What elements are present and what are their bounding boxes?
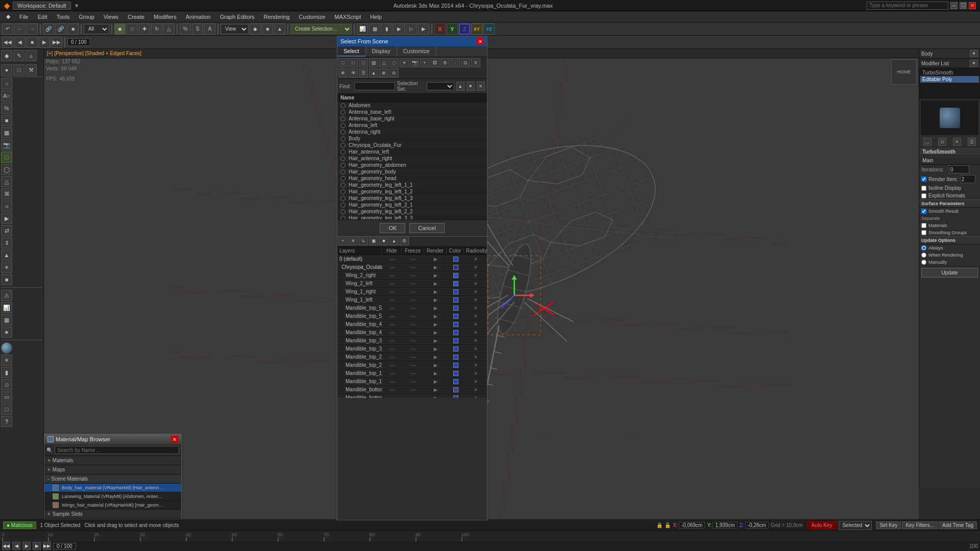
layer-render[interactable]: ▶ xyxy=(425,330,447,336)
dlg-invert-btn[interactable]: □ xyxy=(359,58,368,67)
layer-render[interactable]: ▶ xyxy=(425,321,447,328)
curve-editor-btn-s[interactable]: 📊 xyxy=(1,302,12,313)
layer-hide[interactable]: — xyxy=(382,387,402,393)
list-item[interactable]: Chrysopa_Oculata_Fur xyxy=(337,142,487,148)
layers-delete-btn[interactable]: ✕ xyxy=(349,236,358,245)
angle-snap-toggle-btn[interactable]: A○ xyxy=(1,90,12,102)
layer-radiosity[interactable]: ☀ xyxy=(464,289,487,295)
dlg-particle-btn[interactable]: ∙ xyxy=(451,58,460,67)
layer-render[interactable]: ▶ xyxy=(425,297,447,303)
layer-row[interactable]: Mandible_top_1_le — — ▶ ☀ xyxy=(337,378,487,386)
layer-color[interactable] xyxy=(447,272,464,279)
layer-color[interactable] xyxy=(447,305,464,311)
angle-snap-btn[interactable]: A xyxy=(204,23,215,35)
layer-render[interactable]: ▶ xyxy=(425,256,447,262)
layer-color[interactable] xyxy=(447,256,464,262)
layer-row[interactable]: Mandible_top_5_rs — — ▶ ☀ xyxy=(337,304,487,312)
y-axis-btn[interactable]: Y xyxy=(447,23,458,35)
layer-hide[interactable]: — xyxy=(382,395,402,398)
workspace-dropdown[interactable]: Workspace: Default xyxy=(13,2,71,10)
iterations-input[interactable] xyxy=(949,165,969,173)
set-key-btn[interactable]: Set Key xyxy=(876,521,901,529)
layer-freeze[interactable]: — xyxy=(402,305,425,311)
layer-freeze[interactable]: — xyxy=(402,338,425,344)
reactor-btn[interactable]: ⚠ xyxy=(1,290,12,301)
layer-radiosity[interactable]: ☀ xyxy=(464,281,487,287)
menu-views[interactable]: Views xyxy=(100,12,122,22)
layer-color[interactable] xyxy=(447,387,464,393)
play-animation-btn[interactable]: ▶ xyxy=(22,542,31,550)
layer-hide[interactable]: — xyxy=(382,264,402,270)
layer-freeze[interactable]: — xyxy=(402,256,425,262)
material-item[interactable]: Wings_hair_material (VRayHairMtl) [Hair_… xyxy=(44,501,181,510)
layer-freeze[interactable]: — xyxy=(402,379,425,385)
layer-render[interactable]: ▶ xyxy=(425,289,447,295)
dialog-list[interactable]: Abdomen Antenna_base_left Antenna_base_r… xyxy=(337,102,487,219)
layer-freeze[interactable]: — xyxy=(402,297,425,303)
select-region-rect-btn[interactable]: □ xyxy=(1,152,12,163)
select-set-btn-2[interactable]: ▼ xyxy=(467,82,475,91)
layer-color[interactable] xyxy=(447,338,464,344)
layer-row[interactable]: Mandible_top_2_rs — — ▶ ☀ xyxy=(337,353,487,361)
quad-menu-btn[interactable]: ▭ xyxy=(1,391,12,403)
z-axis-btn[interactable]: Z xyxy=(459,23,470,35)
layers-add-selection-btn[interactable]: ↳ xyxy=(359,236,368,245)
menu-modifiers[interactable]: Modifiers xyxy=(150,12,181,22)
layer-radiosity[interactable]: ☀ xyxy=(464,354,487,360)
layer-hide[interactable]: — xyxy=(382,305,402,311)
layer-row[interactable]: Mandible_top_1_rs — — ▶ ☀ xyxy=(337,369,487,378)
layer-freeze[interactable]: — xyxy=(402,264,425,270)
layer-color[interactable] xyxy=(447,321,464,328)
layer-radiosity[interactable]: ☀ xyxy=(464,362,487,368)
layer-hide[interactable]: — xyxy=(382,289,402,295)
list-item[interactable]: Hair_geometry_body xyxy=(337,168,487,175)
search-input[interactable] xyxy=(867,2,948,10)
play-btn[interactable]: ◀◀ xyxy=(2,37,13,48)
layer-row[interactable]: Mandible_top_3_le — — ▶ ☀ xyxy=(337,345,487,353)
help-btn[interactable]: ? xyxy=(1,416,12,427)
isoline-checkbox[interactable] xyxy=(921,186,926,191)
layer-radiosity[interactable]: ☀ xyxy=(464,313,487,319)
percent-snap-btn[interactable]: % xyxy=(180,23,191,35)
menu-3dsmax[interactable]: ◆ xyxy=(2,12,14,22)
transform-gizmo-btn[interactable]: ▶ xyxy=(1,213,12,224)
remove-modifier-btn[interactable]: ✕ xyxy=(953,138,961,146)
app-logo[interactable]: ◆ xyxy=(4,2,10,10)
align-btn-s[interactable]: ⇕ xyxy=(1,237,12,248)
select-region-fence-btn[interactable]: △ xyxy=(1,176,12,187)
list-item[interactable]: Hair_geometry_abdomen xyxy=(337,162,487,168)
layer-color[interactable] xyxy=(447,379,464,385)
list-item[interactable]: Antenna_left xyxy=(337,122,487,129)
render-last-btn[interactable]: ▶ xyxy=(418,23,429,35)
layer-render[interactable]: ▶ xyxy=(425,379,447,385)
minimize-button[interactable]: – xyxy=(950,2,958,9)
layer-freeze[interactable]: — xyxy=(402,313,425,319)
layer-list[interactable]: 0 (default) — — ▶ ☀ Chrysopa_Oculata_Fi … xyxy=(337,255,487,398)
layer-color[interactable] xyxy=(447,346,464,352)
sphere-btn[interactable] xyxy=(1,342,12,354)
select-from-scene-close[interactable]: ✕ xyxy=(477,38,484,45)
layer-freeze[interactable]: — xyxy=(402,370,425,377)
editable-poly-modifier[interactable]: Editable Poly xyxy=(920,76,979,83)
select-region-lasso-btn[interactable]: ⌘ xyxy=(1,188,12,199)
material-item[interactable]: Body_hair_material (VRayHairMtl) [Hair_a… xyxy=(44,484,181,492)
redo-btn[interactable]: → xyxy=(27,23,38,35)
array-btn[interactable]: ■ xyxy=(262,23,273,35)
dlg-list-type-btn[interactable]: ☰ xyxy=(359,68,368,78)
layers-highlight-btn[interactable]: ▲ xyxy=(389,236,399,245)
filter-dropdown[interactable]: All xyxy=(84,24,109,34)
layer-hide[interactable]: — xyxy=(382,346,402,352)
dlg-bone-btn[interactable]: B xyxy=(440,58,450,67)
layer-render[interactable]: ▶ xyxy=(425,370,447,377)
modifier-btn[interactable]: ✩ xyxy=(1,379,12,390)
layer-radiosity[interactable]: ☀ xyxy=(464,256,487,262)
link-btn[interactable]: 🔗 xyxy=(43,23,54,35)
layer-color[interactable] xyxy=(447,313,464,319)
dlg-space-warp-btn[interactable]: ⚅ xyxy=(430,58,439,67)
pin-stack-btn[interactable]: ◡ xyxy=(923,138,932,146)
smooth-result-checkbox[interactable] xyxy=(921,209,926,214)
bind-space-warp-btn[interactable]: ■ xyxy=(67,23,79,35)
undo-btn[interactable]: ← xyxy=(14,23,26,35)
frame-display[interactable]: 0 / 100 xyxy=(67,38,90,46)
menu-rendering[interactable]: Rendering xyxy=(260,12,294,22)
